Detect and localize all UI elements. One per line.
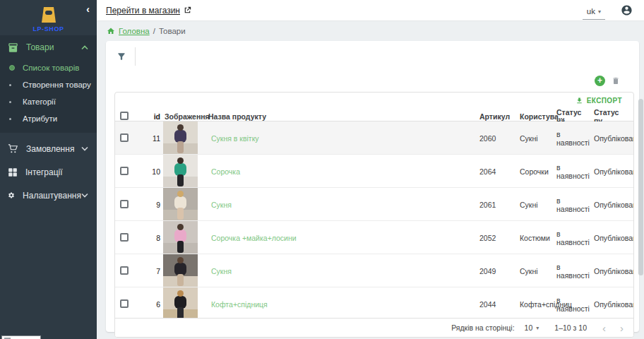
sidebar-item-settings[interactable]: Налаштування xyxy=(0,186,97,204)
main-area: Перейти в магазин uk ▾ Головна / Товари … xyxy=(97,0,644,339)
product-sku: 2049 xyxy=(479,267,520,275)
account-button[interactable] xyxy=(621,4,633,16)
thumbnail-legs-shape xyxy=(177,208,184,220)
table-row: 10 Сорочка 2064 Сорочки в наявності Опуб… xyxy=(115,155,633,188)
thumbnail-head-shape xyxy=(177,124,184,131)
thumbnail-legs-shape xyxy=(177,307,184,318)
row-checkbox[interactable] xyxy=(120,233,129,242)
row-checkbox[interactable] xyxy=(120,299,129,308)
next-page-button[interactable]: › xyxy=(620,323,624,333)
products-table-card: ЕКСПОРТ id Зображення Назва продукту Арт… xyxy=(114,92,634,338)
sidebar: LP-SHOP ‹ Товари Список товарів Створенн… xyxy=(0,0,97,339)
store-link-label: Перейти в магазин xyxy=(106,6,180,16)
sidebar-item-attributes[interactable]: Атрибути xyxy=(0,110,97,127)
product-availability: в наявності xyxy=(556,130,594,147)
sidebar-nav: Товари Список товарів Створення товару К… xyxy=(0,35,97,204)
sidebar-item-categories[interactable]: Категорії xyxy=(0,93,97,110)
sidebar-item-label: Товари xyxy=(26,42,81,52)
product-category: Кофта+спідниц xyxy=(520,300,556,309)
header-image: Зображення xyxy=(162,112,208,121)
table-row: 8 Сорочка +майка+лосини 2052 Костюми в н… xyxy=(115,221,633,254)
filter-funnel-icon[interactable] xyxy=(117,52,126,61)
browser-status-tooltip xyxy=(1,335,41,339)
home-icon xyxy=(107,27,115,35)
bullet-icon xyxy=(9,84,11,86)
product-name-link[interactable]: Сукня xyxy=(211,201,232,209)
product-thumbnail[interactable] xyxy=(163,254,198,287)
table-actions: + xyxy=(106,72,639,89)
product-availability: в наявності xyxy=(556,163,594,180)
product-name-link[interactable]: Сорочка xyxy=(211,167,240,176)
thumbnail-head-shape xyxy=(177,191,184,197)
content-card: + ЕКСПОРТ id Зображення Назва продукту А… xyxy=(106,41,639,332)
sidebar-item-products[interactable]: Товари xyxy=(0,35,97,59)
previous-page-button[interactable]: ‹ xyxy=(602,323,606,333)
rows-per-page-select[interactable]: 10 ▾ xyxy=(525,323,539,332)
breadcrumb-current: Товари xyxy=(159,27,186,35)
shopping-cart-icon xyxy=(8,143,18,154)
bullet-icon xyxy=(9,118,11,120)
product-availability: в наявності xyxy=(556,196,594,213)
product-publish-status: Опубліковано xyxy=(594,267,633,275)
row-checkbox[interactable] xyxy=(120,167,129,175)
row-checkbox[interactable] xyxy=(120,133,129,142)
product-publish-status: Опубліковано xyxy=(594,134,633,143)
sidebar-item-product-list[interactable]: Список товарів xyxy=(0,59,97,76)
language-select[interactable]: uk ▾ xyxy=(583,6,605,20)
product-sku: 2052 xyxy=(479,234,520,242)
account-circle-icon xyxy=(621,4,633,16)
product-category: Костюми xyxy=(520,234,556,242)
product-publish-status: Опубліковано xyxy=(594,201,633,209)
delete-button[interactable] xyxy=(612,76,620,85)
product-id: 11 xyxy=(143,134,162,143)
filter-bar xyxy=(106,41,639,72)
product-category: Сукні xyxy=(520,134,556,143)
pagination-range: 1–10 з 10 xyxy=(554,323,587,332)
add-product-button[interactable]: + xyxy=(595,76,605,86)
product-thumbnail[interactable] xyxy=(163,221,198,254)
scrollbar-thumb[interactable] xyxy=(638,99,643,275)
thumbnail-legs-shape xyxy=(177,241,184,253)
sidebar-subitem-label: Список товарів xyxy=(23,64,79,72)
shopping-bag-logo-icon xyxy=(40,4,58,24)
sidebar-item-integrations[interactable]: Інтеграції xyxy=(0,163,97,181)
download-icon xyxy=(576,97,583,105)
product-availability: в наявності xyxy=(556,230,594,246)
breadcrumb-home-link[interactable]: Головна xyxy=(119,27,150,35)
sidebar-item-label: Інтеграції xyxy=(25,167,88,177)
bullet-icon xyxy=(9,101,11,103)
sidebar-item-orders[interactable]: Замовлення xyxy=(0,140,97,157)
select-all-checkbox[interactable] xyxy=(120,112,129,120)
product-thumbnail[interactable] xyxy=(163,287,198,318)
sidebar-item-create-product[interactable]: Створення товару xyxy=(0,76,97,93)
table-row: 9 Сукня 2061 Сукні в наявності Опубліков… xyxy=(115,188,633,221)
row-checkbox[interactable] xyxy=(120,266,129,275)
go-to-store-link[interactable]: Перейти в магазин xyxy=(106,6,191,16)
thumbnail-head-shape xyxy=(177,157,184,164)
product-name-link[interactable]: Кофта+спідниця xyxy=(211,300,268,309)
product-thumbnail[interactable] xyxy=(163,188,198,221)
product-id: 10 xyxy=(143,167,162,176)
trash-icon xyxy=(612,76,620,85)
thumbnail-head-shape xyxy=(177,290,184,297)
product-name-link[interactable]: Сукня в квітку xyxy=(211,134,259,143)
grid-apps-icon xyxy=(8,167,18,177)
product-name-link[interactable]: Сукня xyxy=(211,267,232,275)
product-id: 7 xyxy=(143,267,162,275)
filter-divider xyxy=(135,47,136,66)
export-button[interactable]: ЕКСПОРТ xyxy=(115,93,633,108)
sidebar-collapse-icon[interactable]: ‹ xyxy=(86,4,90,14)
active-bullet-icon xyxy=(9,65,15,71)
product-publish-status: Опубліковано xyxy=(594,300,633,309)
row-checkbox[interactable] xyxy=(120,200,129,208)
export-label: ЕКСПОРТ xyxy=(587,97,622,105)
product-name-link[interactable]: Сорочка +майка+лосини xyxy=(211,234,297,242)
product-thumbnail[interactable] xyxy=(163,155,198,188)
product-availability: в наявності xyxy=(556,263,594,280)
header-id: id xyxy=(143,112,162,121)
thumbnail-legs-shape xyxy=(177,141,184,153)
product-category: Сорочки xyxy=(520,167,556,176)
thumbnail-head-shape xyxy=(177,257,184,263)
product-sku: 2060 xyxy=(479,134,520,143)
product-thumbnail[interactable] xyxy=(163,121,198,155)
